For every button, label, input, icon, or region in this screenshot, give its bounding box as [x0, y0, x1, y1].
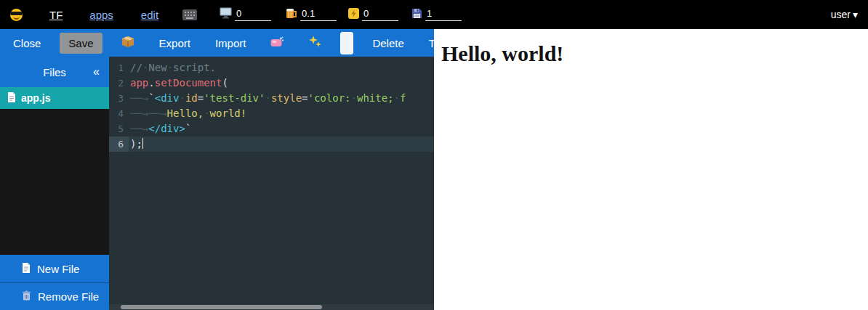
stat-beer [286, 7, 337, 22]
preview-heading: Hello, world! [441, 41, 868, 66]
code-line-6[interactable]: 6); [109, 136, 434, 152]
code-line-3[interactable]: 3──→`<div·id='test-div'·style='color:·wh… [109, 91, 434, 106]
remove-file-label: Remove File [38, 290, 99, 303]
code-lines: 1//·New·script.2app.setDocument(3──→`<di… [109, 60, 434, 152]
floppy-stat-input[interactable] [425, 8, 462, 21]
preview-pane: Hello, world! [434, 29, 868, 310]
new-file-label: New File [37, 263, 79, 275]
files-title: Files [43, 66, 66, 78]
sunglasses-face-icon[interactable] [10, 9, 23, 21]
line-number: 1 [109, 60, 129, 76]
stat-energy [348, 8, 398, 22]
topbar: TF apps edit user▾ [0, 0, 868, 29]
user-menu-label: user [831, 9, 851, 20]
collapse-sidebar-button[interactable]: « [93, 65, 100, 78]
new-file-button[interactable]: New File [0, 255, 109, 282]
code-editor[interactable]: 1//·New·script.2app.setDocument(3──→`<di… [109, 57, 434, 310]
monitor-icon [220, 7, 232, 22]
file-item-label: app.js [21, 92, 50, 104]
sidebar-spacer [0, 109, 109, 255]
brand-link[interactable]: TF [49, 9, 63, 21]
monitor-stat-input[interactable] [235, 8, 271, 21]
code-line-2[interactable]: 2app.setDocument( [109, 76, 434, 91]
line-number: 5 [109, 121, 129, 136]
soap-icon [270, 36, 284, 49]
sparkles-button[interactable] [303, 32, 327, 54]
energy-stat-input[interactable] [362, 8, 398, 21]
package-button[interactable] [116, 32, 140, 54]
edit-link[interactable]: edit [141, 9, 158, 21]
app-window: TF apps edit user▾ Close [0, 0, 868, 310]
files-header: Files « [0, 57, 109, 87]
workspace: Close Save Export Import Delete Trace Fi… [0, 29, 868, 310]
new-file-icon [22, 263, 31, 275]
import-button[interactable]: Import [209, 33, 252, 53]
close-button[interactable]: Close [7, 33, 47, 53]
remove-file-button[interactable]: Remove File [0, 282, 109, 310]
files-sidebar: Files « app.js New File Remove File [0, 57, 109, 310]
line-number: 6 [109, 136, 129, 152]
editor-app: Close Save Export Import Delete Trace Fi… [0, 29, 434, 310]
delete-button[interactable]: Delete [366, 33, 409, 53]
file-icon [7, 92, 16, 105]
stat-floppy [411, 8, 462, 22]
line-number: 3 [109, 91, 129, 106]
trash-icon [22, 290, 31, 303]
beer-stat-input[interactable] [300, 8, 337, 21]
energy-icon [348, 8, 359, 22]
soap-button[interactable] [265, 33, 290, 53]
user-menu[interactable]: user▾ [831, 9, 858, 20]
keyboard-icon[interactable] [182, 9, 197, 20]
package-icon [121, 36, 134, 50]
editor-hscrollbar-thumb[interactable] [121, 305, 322, 309]
blank-icon-button[interactable] [340, 32, 353, 54]
text-cursor [142, 138, 144, 149]
file-item-appjs[interactable]: app.js [0, 87, 109, 109]
editor-hscrollbar-track [109, 304, 434, 310]
line-number: 2 [109, 76, 129, 91]
chevron-down-icon: ▾ [853, 9, 858, 20]
floppy-icon [411, 8, 422, 22]
line-number: 4 [109, 106, 129, 121]
export-button[interactable]: Export [153, 33, 196, 53]
save-button[interactable]: Save [60, 33, 102, 54]
apps-link[interactable]: apps [89, 9, 113, 21]
code-line-1[interactable]: 1//·New·script. [109, 60, 434, 76]
code-line-4[interactable]: 4──→──→Hello,·world! [109, 106, 434, 121]
editor-toolbar: Close Save Export Import Delete Trace [0, 29, 434, 57]
editor-main: Files « app.js New File Remove File [0, 57, 434, 310]
beer-icon [286, 7, 297, 22]
stat-monitor [220, 7, 271, 22]
sparkles-icon [309, 36, 321, 50]
code-line-5[interactable]: 5──→</div>` [109, 121, 434, 136]
